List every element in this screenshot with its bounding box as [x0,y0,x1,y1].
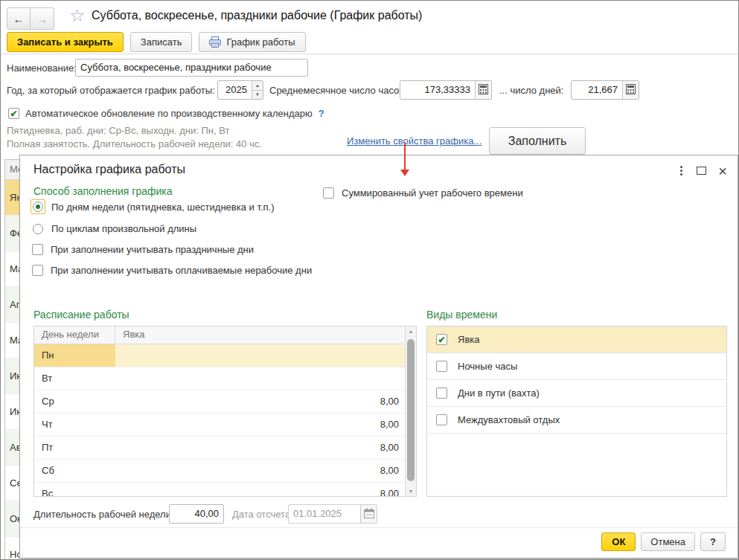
week-length-label: Длительность рабочей недели: [33,509,174,520]
change-properties-link[interactable]: Изменить свойства графика... [347,135,482,147]
month-row[interactable]: Ноябрь [5,537,19,560]
schedule-table-header: День недели Явка [34,326,416,344]
month-row[interactable]: Апрель [5,287,19,323]
checkbox-summary-timekeeping[interactable]: Суммированный учет рабочего времени [323,187,523,199]
table-row[interactable]: Вт [34,367,405,390]
vertical-scrollbar[interactable]: ▲ ▼ [405,326,416,496]
calculator-button[interactable] [475,81,491,99]
save-and-close-button[interactable]: Записать и закрыть [7,32,124,52]
calculator-icon [479,84,488,97]
months-table-clipped: Месяц Январь Февраль Март Апрель Май Июн… [4,159,19,560]
checkbox-consider-holidays[interactable]: При заполнении учитывать праздничные дни [32,244,254,255]
avg-hours-value: 173,33333 [400,81,475,99]
avg-hours-input[interactable]: 173,33333 [400,80,492,100]
time-type-checkbox[interactable] [436,414,447,425]
consider-holidays-label: При заполнении учитывать праздничные дни [51,244,254,255]
year-input[interactable]: 2025 ▲ ▼ [217,80,263,100]
close-icon[interactable]: × [718,166,727,176]
forward-button[interactable]: → [31,7,54,30]
spin-down-icon[interactable]: ▼ [252,91,263,100]
day-cell[interactable]: Вт [34,367,115,390]
time-types-list: ✔ Явка Ночные часы Дни в пути (вахта) Ме… [426,326,727,497]
column-attendance: Явка [115,326,416,344]
month-row[interactable]: Октябрь [5,501,19,537]
list-item[interactable]: ✔ Явка [427,326,726,353]
scroll-down-icon[interactable]: ▼ [406,489,416,494]
hours-cell[interactable] [115,367,405,390]
calendar-button[interactable] [360,505,377,523]
scrollbar-thumb[interactable] [407,339,415,481]
month-row[interactable]: Июль [5,394,19,430]
radio-by-weekdays[interactable]: По дням недели (пятидневка, шестидневка … [31,199,275,214]
name-input[interactable]: Суббота, воскресенье, праздники рабочие [75,59,308,77]
table-row[interactable]: Пн [34,344,405,367]
day-cell[interactable]: Пн [34,344,115,367]
month-row[interactable]: Январь [5,180,19,216]
table-row[interactable]: Сб 8,00 [34,460,405,483]
back-button[interactable]: ← [7,7,31,30]
schedule-summary-line2: Полная занятость. Длительность рабочей н… [7,138,262,149]
cancel-button[interactable]: Отмена [641,532,695,551]
help-question-icon[interactable]: ? [319,108,324,119]
hours-cell[interactable]: 8,00 [115,413,405,436]
hours-cell[interactable]: 8,00 [115,483,405,496]
checkbox-consider-paid-nonworking[interactable]: При заполнении учитывать оплачиваемые не… [32,265,312,276]
avg-hours-label: Среднемесячное число часов: [269,85,407,96]
month-row[interactable]: Июнь [5,358,19,394]
avg-days-input[interactable]: 21,667 [571,80,639,100]
table-row[interactable]: Чт 8,00 [34,413,405,437]
save-button[interactable]: Записать [130,32,193,52]
name-value: Суббота, воскресенье, праздники рабочие [76,59,307,76]
month-row[interactable]: Август [5,430,19,466]
print-schedule-label: График работы [226,36,295,48]
year-spinner: ▲ ▼ [252,81,263,99]
more-menu-icon[interactable] [678,165,685,176]
auto-update-checkbox[interactable]: ✔ [8,108,19,119]
day-cell[interactable]: Чт [34,413,115,436]
month-row[interactable]: Сентябрь [5,466,19,501]
checkbox-icon [32,265,43,276]
spin-up-icon[interactable]: ▲ [252,81,263,91]
list-item[interactable]: Междувахтовый отдых [427,407,726,434]
fill-button[interactable]: Заполнить [489,127,586,155]
day-cell[interactable]: Сб [34,460,115,482]
hours-cell[interactable]: 8,00 [115,460,405,482]
table-row[interactable]: Ср 8,00 [34,390,405,413]
hours-cell[interactable]: 8,00 [115,437,405,459]
time-type-label: Междувахтовый отдых [458,414,560,425]
maximize-icon[interactable] [697,167,706,175]
day-cell[interactable]: Пт [34,437,115,459]
time-type-checkbox[interactable] [436,387,447,399]
month-row[interactable]: Февраль [5,216,19,251]
table-row[interactable]: Пт 8,00 [34,437,405,460]
ok-button[interactable]: ОК [601,532,636,551]
day-cell[interactable]: Вс [34,483,115,496]
radio-by-cycles[interactable]: По циклам произвольной длины [33,223,196,234]
list-item[interactable]: Ночные часы [427,353,726,380]
scroll-up-icon[interactable]: ▲ [406,329,416,334]
day-cell[interactable]: Ср [34,390,115,413]
back-arrow-icon: ← [13,13,25,25]
month-row[interactable]: Май [5,323,19,358]
time-type-checkbox[interactable] [436,361,447,372]
radio-focus-box [31,199,45,214]
calendar-icon [364,508,374,521]
list-item[interactable]: Дни в пути (вахта) [427,380,726,407]
start-date-label: Дата отсчета: [232,509,293,520]
week-length-input[interactable]: 40,00 [169,504,224,524]
print-schedule-button[interactable]: График работы [199,32,305,52]
hours-cell[interactable]: 8,00 [115,390,405,413]
avg-days-label: ... число дней: [499,85,563,96]
radio-by-weekdays-label: По дням недели (пятидневка, шестидневка … [51,202,275,213]
name-label: Наименование: [7,62,77,74]
table-row[interactable]: Вс 8,00 [34,483,405,496]
time-type-label: Явка [458,334,480,345]
help-button[interactable]: ? [700,532,726,551]
start-date-input[interactable]: 01.01.2025 [288,504,377,524]
hours-cell[interactable] [115,344,405,367]
favorite-star-icon[interactable]: ☆ [69,5,86,26]
time-type-checkbox[interactable]: ✔ [436,334,447,345]
toolbar-separator [1,54,738,54]
calculator-button[interactable] [622,81,639,99]
month-row[interactable]: Март [5,251,19,287]
